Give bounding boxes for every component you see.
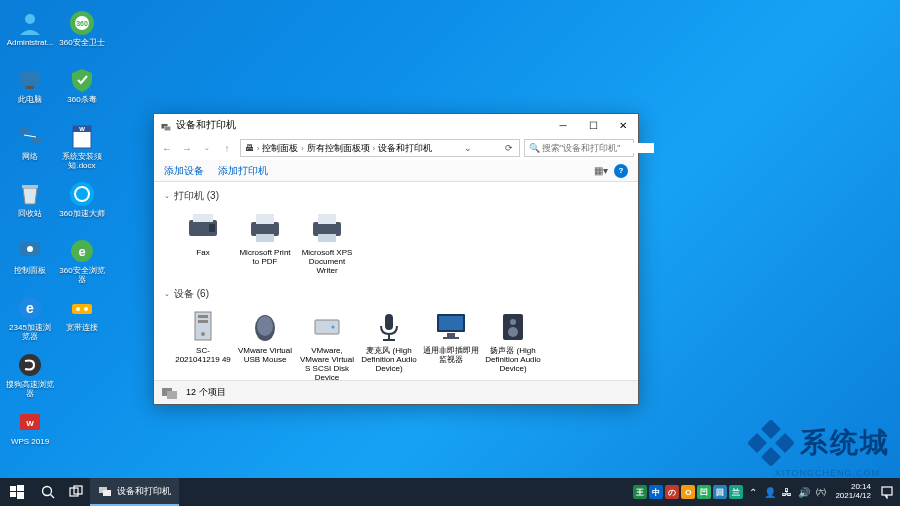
breadcrumb-seg-0[interactable]: 控制面板 (262, 142, 298, 155)
monitor-icon (431, 308, 471, 344)
dropdown-chevron-icon[interactable]: ⌄ (462, 143, 474, 153)
up-button[interactable]: ↑ (218, 139, 236, 157)
svg-rect-31 (761, 420, 781, 439)
tray-badge[interactable]: 兰 (729, 485, 743, 499)
search-box[interactable]: 🔍 (524, 139, 634, 157)
device-item[interactable]: 扬声器 (High Definition Audio Device) (482, 306, 544, 380)
desktop-icon-admin[interactable]: Administrat... (5, 5, 55, 60)
svg-line-73 (51, 495, 55, 499)
browser2345-icon: e (16, 294, 44, 322)
svg-text:e: e (78, 244, 85, 259)
desktop-icon-doc[interactable]: W系统安装须知.docx (57, 119, 107, 174)
svg-rect-38 (193, 214, 213, 222)
tray-network-icon[interactable]: 🖧 (780, 485, 794, 499)
close-button[interactable]: ✕ (608, 114, 638, 136)
svg-rect-32 (748, 433, 767, 453)
maximize-button[interactable]: ☐ (578, 114, 608, 136)
tray-up-icon[interactable]: ⌃ (746, 485, 760, 499)
tray-volume-icon[interactable]: 🔊 (797, 485, 811, 499)
device-item[interactable]: 麦克风 (High Definition Audio Device) (358, 306, 420, 380)
task-view-button[interactable] (62, 478, 90, 506)
tray-badge[interactable]: 凹 (697, 485, 711, 499)
device-item[interactable]: VMware Virtual USB Mouse (234, 306, 296, 380)
svg-point-72 (43, 487, 52, 496)
taskbar-search-button[interactable] (34, 478, 62, 506)
recent-dropdown[interactable]: ⌄ (198, 139, 216, 157)
content-area[interactable]: ⌄ 打印机 (3) FaxMicrosoft Print to PDFMicro… (154, 182, 638, 380)
svg-point-15 (19, 354, 41, 376)
device-label: 扬声器 (High Definition Audio Device) (484, 346, 542, 374)
help-button[interactable]: ? (614, 164, 628, 178)
desktop-icon-label: 360加速大师 (59, 210, 104, 219)
tray-badge[interactable]: 王 (633, 485, 647, 499)
desktop-icon-label: 控制面板 (14, 267, 46, 276)
address-bar: ← → ⌄ ↑ 🖶 › 控制面板 › 所有控制面板项 › 设备和打印机 ⌄ ⟳ … (154, 136, 638, 160)
devices-row: SC-2021041219 49VMware Virtual USB Mouse… (164, 304, 628, 380)
refresh-button[interactable]: ⟳ (503, 143, 515, 153)
desktop-icon-360sd[interactable]: 360杀毒 (57, 62, 107, 117)
desktop-icon-dialup[interactable]: 宽带连接 (57, 290, 107, 345)
device-item[interactable]: SC-2021041219 49 (172, 306, 234, 380)
titlebar[interactable]: 设备和打印机 ─ ☐ ✕ (154, 114, 638, 136)
breadcrumb-seg-2[interactable]: 设备和打印机 (378, 142, 432, 155)
device-label: SC-2021041219 49 (174, 346, 232, 364)
desktop-icon-recycle[interactable]: 回收站 (5, 176, 55, 231)
device-label: Fax (196, 248, 209, 257)
svg-rect-77 (103, 490, 111, 496)
taskbar-clock[interactable]: 20:14 2021/4/12 (831, 483, 875, 501)
desktop-icon-360speed[interactable]: 360加速大师 (57, 176, 107, 231)
desktop-icon-browser2345[interactable]: e2345加速浏览器 (5, 290, 55, 345)
window-title: 设备和打印机 (176, 118, 548, 132)
desktop-icon-sogou[interactable]: 搜狗高速浏览器 (5, 347, 55, 402)
section-printers-header[interactable]: ⌄ 打印机 (3) (164, 186, 628, 206)
search-input[interactable] (542, 143, 654, 153)
task-label: 设备和打印机 (117, 485, 171, 498)
desktop-icon-cp[interactable]: 控制面板 (5, 233, 55, 288)
device-item[interactable]: Fax (172, 208, 234, 278)
tray-ime-icon[interactable]: ㈥ (814, 485, 828, 499)
section-devices-header[interactable]: ⌄ 设备 (6) (164, 284, 628, 304)
svg-rect-6 (26, 86, 34, 89)
start-button[interactable] (0, 478, 34, 506)
tray-people-icon[interactable]: 👤 (763, 485, 777, 499)
taskbar-active-window[interactable]: 设备和打印机 (90, 478, 179, 506)
search-icon: 🔍 (529, 143, 540, 153)
notifications-button[interactable] (878, 483, 896, 501)
chevron-right-icon: › (257, 145, 259, 152)
desktop-icon-network[interactable]: 网络 (5, 119, 55, 174)
tray-badges: 王中のO凹回兰 (633, 485, 743, 499)
network-icon (16, 123, 44, 151)
device-label: Microsoft XPS Document Writer (298, 248, 356, 276)
desktop-icon-wps[interactable]: WWPS 2019 (5, 404, 55, 459)
desktop-icon-label: 360安全浏览器 (58, 267, 106, 285)
device-item[interactable]: Microsoft Print to PDF (234, 208, 296, 278)
desktop-icon-pc[interactable]: 此电脑 (5, 62, 55, 117)
desktop-icon-360safe[interactable]: 360360安全卫士 (57, 5, 107, 60)
device-item[interactable]: Microsoft XPS Document Writer (296, 208, 358, 278)
device-item[interactable]: VMware, VMware Virtual S SCSI Disk Devic… (296, 306, 358, 380)
device-label: 麦克风 (High Definition Audio Device) (360, 346, 418, 374)
back-button[interactable]: ← (158, 139, 176, 157)
taskbar: 设备和打印机 王中のO凹回兰 ⌃ 👤 🖧 🔊 ㈥ 20:14 2021/4/12 (0, 478, 900, 506)
360speed-icon (68, 180, 96, 208)
device-item[interactable]: 通用非即插即用监视器 (420, 306, 482, 380)
add-device-button[interactable]: 添加设备 (164, 164, 204, 178)
breadcrumb-box[interactable]: 🖶 › 控制面板 › 所有控制面板项 › 设备和打印机 ⌄ ⟳ (240, 139, 520, 157)
desktop-icon-label: 系统安装须知.docx (58, 153, 106, 171)
tray-badge[interactable]: 中 (649, 485, 663, 499)
tray-badge[interactable]: の (665, 485, 679, 499)
view-options-button[interactable]: ▦▾ (594, 164, 608, 178)
forward-button[interactable]: → (178, 139, 196, 157)
desktop-icon-360browser[interactable]: e360安全浏览器 (57, 233, 107, 288)
svg-text:e: e (26, 300, 34, 316)
desktop-icon-label: 2345加速浏览器 (6, 324, 54, 342)
minimize-button[interactable]: ─ (548, 114, 578, 136)
window-controls: ─ ☐ ✕ (548, 114, 638, 136)
speaker-icon (493, 308, 533, 344)
add-printer-button[interactable]: 添加打印机 (218, 164, 268, 178)
tower-icon (183, 308, 223, 344)
tray-badge[interactable]: 回 (713, 485, 727, 499)
tray-badge[interactable]: O (681, 485, 695, 499)
breadcrumb-seg-1[interactable]: 所有控制面板项 (307, 142, 370, 155)
svg-rect-69 (17, 485, 24, 491)
